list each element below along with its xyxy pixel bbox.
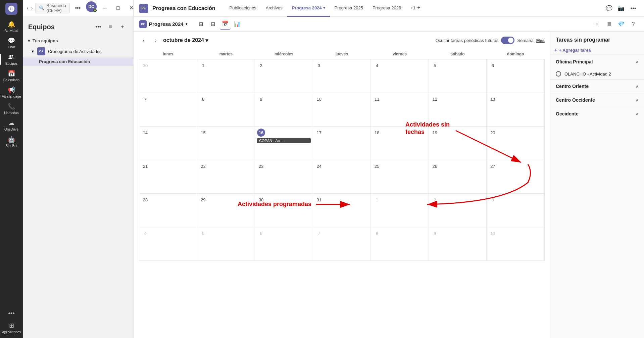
cal-cell-w5d3[interactable]: 7 xyxy=(313,227,371,261)
teams-logo[interactable] xyxy=(5,3,17,15)
cal-cell-w2d4[interactable]: 18 xyxy=(371,127,429,160)
cal-cell-w0d6[interactable]: 6 xyxy=(487,59,545,93)
teams-more-button[interactable]: ••• xyxy=(93,21,104,32)
cal-cell-w2d3[interactable]: 17 xyxy=(313,127,371,160)
cal-event[interactable]: COPÁN - Ac... xyxy=(257,138,311,143)
user-avatar[interactable]: DC xyxy=(86,1,97,12)
view-month-label[interactable]: Mes xyxy=(536,38,545,43)
cal-cell-w4d5[interactable]: 2 xyxy=(429,194,487,227)
cal-cell-w1d2[interactable]: 9 xyxy=(255,93,313,127)
filter-button[interactable]: ≡ xyxy=(592,19,602,30)
sidebar-item-llamadas[interactable]: 📞 Llamadas xyxy=(0,101,23,116)
sidebar-item-onedrive[interactable]: ☁ OneDrive xyxy=(0,117,23,133)
cal-cell-w3d5[interactable]: 26 xyxy=(429,160,487,194)
cal-cell-w5d5[interactable]: 9 xyxy=(429,227,487,261)
planner-chevron-icon: ▾ xyxy=(186,22,188,26)
cal-cell-w3d6[interactable]: 27 xyxy=(487,160,545,194)
cal-cell-w1d5[interactable]: 12 xyxy=(429,93,487,127)
cal-cell-w1d1[interactable]: 8 xyxy=(197,93,255,127)
sidebar-item-chat[interactable]: 💬 Chat xyxy=(0,35,23,50)
sidebar-item-bluebot[interactable]: 🤖 BlueBot xyxy=(0,134,23,149)
minimize-button[interactable]: ─ xyxy=(99,3,110,13)
back-button[interactable]: ‹ xyxy=(27,3,29,13)
sidebar-item-more[interactable]: ••• xyxy=(0,308,23,319)
task-item[interactable]: OLANCHO - Actividad 2 xyxy=(550,68,644,79)
teams-filter-button[interactable]: ≡ xyxy=(105,21,116,32)
cal-cell-w2d1[interactable]: 15 xyxy=(197,127,255,160)
view-schedule-button[interactable]: 📅 xyxy=(220,19,231,30)
tab-progresa2024[interactable]: Progresa 2024 ▾ xyxy=(287,0,330,17)
bucket-header-2[interactable]: Centro Occidente∧ xyxy=(550,93,644,107)
video-header-button[interactable]: 📷 xyxy=(616,3,627,14)
sidebar-item-calendario[interactable]: 📅 Calendario xyxy=(0,68,23,83)
header-more-button[interactable]: ••• xyxy=(628,3,639,14)
sidebar-item-apps[interactable]: ⊞ Aplicaciones xyxy=(0,320,23,335)
cal-cell-w3d2[interactable]: 23 xyxy=(255,160,313,194)
tab-more[interactable]: +1 + xyxy=(406,0,427,17)
cal-cell-w3d1[interactable]: 22 xyxy=(197,160,255,194)
cal-cell-w5d4[interactable]: 8 xyxy=(371,227,429,261)
cal-cell-w4d0[interactable]: 28 xyxy=(139,194,197,227)
add-task-button[interactable]: + + Agregar tarea xyxy=(550,46,644,55)
cal-cell-w5d0[interactable]: 4 xyxy=(139,227,197,261)
chat-header-button[interactable]: 💬 xyxy=(604,3,614,14)
premium-button[interactable]: 💎 xyxy=(616,19,627,30)
add-tab-button[interactable]: + xyxy=(415,4,422,11)
forward-button[interactable]: › xyxy=(31,3,33,13)
cal-cell-w4d3[interactable]: 31 xyxy=(313,194,371,227)
tab-publicaciones[interactable]: Publicaciones xyxy=(225,0,261,17)
maximize-button[interactable]: □ xyxy=(113,3,123,13)
sidebar-item-equipos[interactable]: Equipos xyxy=(0,52,23,67)
cal-cell-w5d2[interactable]: 6 xyxy=(255,227,313,261)
cal-cell-w1d6[interactable]: 13 xyxy=(487,93,545,127)
cal-cell-w0d5[interactable]: 5 xyxy=(429,59,487,93)
bucket-header-1[interactable]: Centro Oriente∧ xyxy=(550,80,644,93)
cal-cell-w5d1[interactable]: 5 xyxy=(197,227,255,261)
cal-cell-w4d6[interactable]: 3 xyxy=(487,194,545,227)
group-button[interactable]: ≣ xyxy=(604,19,614,30)
cal-cell-w2d2[interactable]: 16COPÁN - Ac... xyxy=(255,127,313,160)
tab-progresa2026[interactable]: Progresa 2026 xyxy=(368,0,406,17)
cal-cell-w0d0[interactable]: 30 xyxy=(139,59,197,93)
planner-title-wrap[interactable]: PE Progresa 2024 ▾ xyxy=(139,20,188,28)
next-month-button[interactable]: › xyxy=(151,36,160,45)
bucket-header-0[interactable]: Oficina Principal∧ xyxy=(550,55,644,68)
cal-cell-w4d4[interactable]: 1 xyxy=(371,194,429,227)
more-options-button[interactable]: ••• xyxy=(72,3,83,13)
cal-cell-w2d0[interactable]: 14 xyxy=(139,127,197,160)
month-label[interactable]: octubre de 2024 ▾ xyxy=(163,37,208,44)
view-week-label[interactable]: Semana xyxy=(517,38,533,43)
cal-cell-w1d4[interactable]: 11 xyxy=(371,93,429,127)
sidebar-item-actividad[interactable]: 🔔 Actividad xyxy=(0,19,23,34)
view-board-button[interactable]: ⊟ xyxy=(208,19,218,30)
cal-cell-w3d0[interactable]: 21 xyxy=(139,160,197,194)
my-teams-header[interactable]: ▼ Tus equipos xyxy=(23,36,133,45)
bucket-header-3[interactable]: Occidente∧ xyxy=(550,107,644,120)
channel-progresa-educacion[interactable]: Progresa con Educación xyxy=(23,57,133,66)
cal-cell-w0d4[interactable]: 4 xyxy=(371,59,429,93)
sidebar-item-viva[interactable]: 📢 Viva Engage xyxy=(0,85,23,100)
cal-cell-w4d1[interactable]: 29 xyxy=(197,194,255,227)
cal-cell-w5d6[interactable]: 10 xyxy=(487,227,545,261)
cal-cell-w3d4[interactable]: 25 xyxy=(371,160,429,194)
cal-cell-w2d5[interactable]: 19 xyxy=(429,127,487,160)
cal-cell-w0d3[interactable]: 3 xyxy=(313,59,371,93)
task-checkbox[interactable] xyxy=(556,71,561,77)
cal-cell-w1d0[interactable]: 7 xyxy=(139,93,197,127)
prev-month-button[interactable]: ‹ xyxy=(139,36,148,45)
cal-cell-w4d2[interactable]: 30 xyxy=(255,194,313,227)
tab-progresa2025[interactable]: Progresa 2025 xyxy=(330,0,368,17)
hide-periodic-toggle[interactable] xyxy=(501,37,514,44)
tab-archivos[interactable]: Archivos xyxy=(261,0,287,17)
view-chart-button[interactable]: 📊 xyxy=(232,19,243,30)
cal-cell-w1d3[interactable]: 10 xyxy=(313,93,371,127)
search-bar[interactable]: 🔍 Búsqueda (Ctrl+E) xyxy=(35,3,70,13)
cal-cell-w3d3[interactable]: 24 xyxy=(313,160,371,194)
cal-cell-w2d6[interactable]: 20 xyxy=(487,127,545,160)
cal-cell-w0d2[interactable]: 2 xyxy=(255,59,313,93)
cal-cell-w0d1[interactable]: 1 xyxy=(197,59,255,93)
help-button[interactable]: ? xyxy=(628,19,639,30)
view-grid-button[interactable]: ⊞ xyxy=(196,19,206,30)
teams-add-button[interactable]: + xyxy=(117,21,128,32)
team-cronograma[interactable]: ▼ CA Cronograma de Actividades xyxy=(23,45,133,57)
